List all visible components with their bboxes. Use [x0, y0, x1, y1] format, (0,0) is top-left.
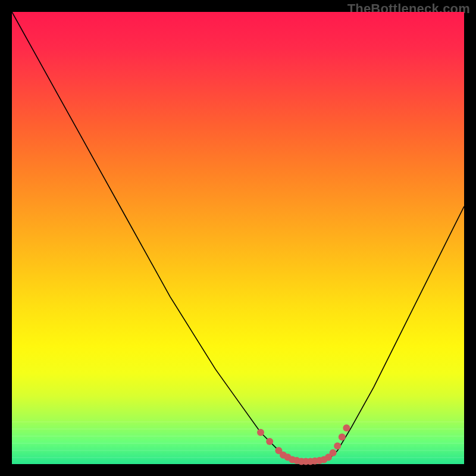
marker-dot	[334, 443, 341, 450]
bottleneck-curve	[12, 12, 464, 462]
plot-area	[12, 12, 464, 464]
curve-svg	[12, 12, 464, 464]
marker-dot	[339, 433, 346, 440]
chart-frame: TheBottleneck.com	[0, 0, 476, 476]
marker-dot	[330, 449, 337, 456]
marker-dot	[343, 424, 350, 431]
marker-dot	[257, 429, 264, 436]
marker-group	[257, 424, 350, 465]
marker-dot	[266, 438, 273, 445]
